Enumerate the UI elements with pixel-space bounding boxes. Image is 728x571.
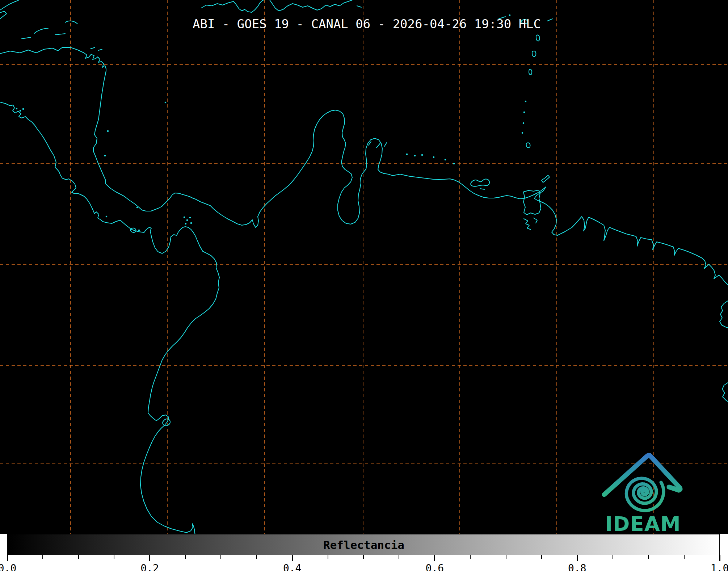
coastline-path	[536, 35, 540, 41]
ideam-logo: IDEAM	[602, 453, 684, 534]
colorbar-minor-tick	[363, 555, 364, 559]
logo-hurricane-spiral-icon	[621, 469, 670, 517]
coastline-path	[0, 102, 219, 534]
colorbar-tick-label: 0.6	[426, 562, 444, 571]
colorbar-tick-label: 0.2	[140, 562, 159, 571]
islets	[16, 14, 527, 231]
islet-dot	[106, 216, 108, 218]
colorbar-minor-tick	[78, 555, 79, 559]
islet-dot	[509, 14, 511, 16]
islet-dot	[104, 155, 106, 157]
islet-dot	[421, 154, 423, 156]
coastline-path	[201, 0, 264, 12]
colorbar-tick-label: 0.4	[283, 562, 302, 571]
coastline-path	[0, 11, 7, 19]
logo-wordmark: IDEAM	[605, 512, 681, 534]
satellite-image-product: ABI - GOES 19 - CANAL 06 - 2026-04-26 19…	[0, 0, 728, 571]
coastline-path	[0, 0, 19, 10]
colorbar-minor-tick	[470, 555, 471, 559]
colorbar-minor-tick	[185, 555, 186, 559]
islet-dot	[16, 108, 18, 110]
colorbar-tick-label: 0.0	[0, 562, 16, 571]
islet-dot	[189, 217, 191, 219]
coastline-path	[526, 143, 530, 147]
islet-dot	[138, 230, 140, 231]
islet-dot	[453, 163, 455, 165]
islet-dot	[406, 154, 408, 155]
colorbar-major-tick	[719, 555, 720, 561]
coastline-path	[471, 179, 489, 186]
islet-dot	[523, 112, 525, 113]
coastline-path	[722, 382, 728, 402]
colorbar-tick-label: 1.0	[711, 562, 728, 571]
colorbar-panel: Reflectancia 0.00.20.40.60.81.0	[0, 534, 728, 571]
colorbar-tick-label: 0.8	[568, 562, 586, 571]
colorbar-title: Reflectancia	[323, 538, 404, 551]
coastline-path	[357, 6, 361, 7]
coastline-path	[529, 69, 532, 75]
colorbar-minor-tick	[684, 555, 685, 559]
colorbar-minor-tick	[506, 555, 506, 559]
islet-dot	[136, 207, 138, 209]
islet-dot	[107, 130, 109, 132]
colorbar-minor-tick	[114, 555, 114, 559]
islet-dot	[165, 102, 167, 104]
coastline-path	[384, 143, 387, 146]
coastline-path	[270, 0, 352, 11]
colorbar-major-tick	[577, 555, 578, 561]
colorbar-minor-tick	[220, 555, 221, 559]
coastline-path	[480, 189, 484, 189]
coastline-path	[55, 34, 65, 35]
coastline-path	[163, 419, 170, 426]
ideam-logo-graphic: IDEAM	[602, 453, 684, 534]
colorbar-minor-tick	[613, 555, 613, 559]
colorbar-minor-tick	[328, 555, 328, 559]
islet-dot	[190, 222, 192, 224]
islet-dot	[184, 217, 185, 218]
coastline-path	[547, 19, 552, 21]
coastline-path	[524, 219, 531, 230]
islet-dot	[522, 132, 523, 134]
coastline-path	[720, 301, 728, 328]
colorbar-minor-tick	[541, 555, 542, 559]
colorbar-major-tick	[149, 555, 150, 561]
islet-dot	[22, 108, 24, 110]
coastline-path	[34, 28, 48, 33]
image-title: ABI - GOES 19 - CANAL 06 - 2026-04-26 19…	[193, 17, 541, 31]
colorbar-minor-tick	[648, 555, 649, 559]
islet-dot	[525, 101, 527, 102]
islet-dot	[414, 155, 416, 157]
coastline-path	[0, 47, 728, 285]
colorbar-minor-tick	[42, 555, 43, 559]
colorbar-minor-tick	[256, 555, 257, 559]
colorbar-major-tick	[292, 555, 293, 561]
coastline-path	[376, 143, 380, 148]
islet-dot	[185, 223, 187, 225]
islet-dot	[20, 110, 21, 112]
coastline-path	[98, 49, 102, 50]
islet-dot	[523, 122, 525, 124]
colorbar-major-tick	[7, 555, 8, 561]
colorbar-minor-tick	[399, 555, 399, 559]
coastline-path	[65, 21, 77, 24]
coastline-path	[91, 47, 95, 49]
coastline-path	[542, 175, 550, 182]
coastline-path	[534, 218, 537, 223]
coastline-path	[532, 51, 536, 57]
colorbar-major-tick	[434, 555, 435, 561]
islet-dot	[433, 156, 435, 158]
islet-dot	[445, 159, 446, 161]
islet-dot	[186, 219, 188, 221]
coastline-path	[22, 37, 31, 39]
